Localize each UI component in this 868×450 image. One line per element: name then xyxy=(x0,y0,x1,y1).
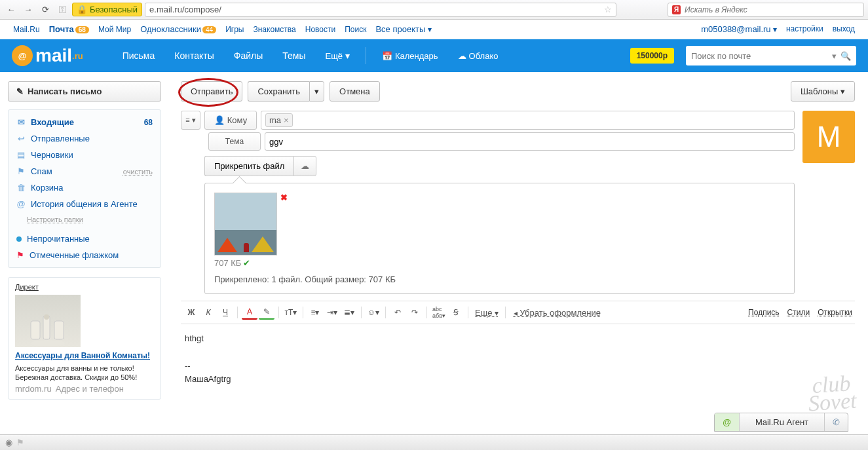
reload-icon[interactable]: ⟳ xyxy=(38,3,52,17)
link-signature[interactable]: Подпись xyxy=(748,308,780,317)
redo-button[interactable]: ↷ xyxy=(407,305,423,320)
emoji-button[interactable]: ☺▾ xyxy=(366,305,381,320)
forward-icon[interactable]: → xyxy=(21,3,35,17)
portal-bar: Mail.Ru Почта68 Мой Мир Одноклассники44 … xyxy=(0,20,868,39)
folder-inbox[interactable]: ✉Входящие68 xyxy=(9,114,160,130)
phone-icon[interactable]: ✆ xyxy=(833,417,840,427)
link-cards[interactable]: Открытки xyxy=(818,308,852,317)
compose-button[interactable]: ✎ Написать письмо xyxy=(8,81,161,102)
bold-button[interactable]: Ж xyxy=(183,305,199,320)
portal-dating[interactable]: Знакомства xyxy=(253,25,295,34)
indent-button[interactable]: ⇥▾ xyxy=(324,305,340,320)
link-styles[interactable]: Стили xyxy=(787,308,810,317)
list-button[interactable]: ≣▾ xyxy=(341,305,357,320)
address-bar[interactable]: e.mail.ru/compose/ ☆ xyxy=(145,3,616,17)
svg-point-0 xyxy=(31,340,65,347)
mailru-logo[interactable]: @mail.ru xyxy=(12,45,83,66)
portal-settings[interactable]: настройки xyxy=(786,24,823,34)
portal-mymir[interactable]: Мой Мир xyxy=(98,25,131,34)
to-field[interactable] xyxy=(295,115,790,125)
mail-search-input[interactable] xyxy=(691,51,828,61)
folder-trash[interactable]: 🗑Корзина xyxy=(9,179,160,196)
back-icon[interactable]: ← xyxy=(4,3,18,17)
font-size-button[interactable]: тТ▾ xyxy=(283,305,299,320)
tab-files[interactable]: Файлы xyxy=(227,47,269,65)
tab-letters[interactable]: Письма xyxy=(116,47,162,65)
yandex-search[interactable]: Я xyxy=(668,3,864,17)
filter-unread[interactable]: Непрочитанные xyxy=(9,231,160,247)
remove-token-icon[interactable]: × xyxy=(284,115,289,125)
flag-gray-icon: ⚑ xyxy=(16,438,24,447)
undo-button[interactable]: ↶ xyxy=(390,305,406,320)
agent-bar[interactable]: @ Mail.Ru Агент ✆ xyxy=(714,413,848,432)
secure-badge: 🔒 Безопасный xyxy=(72,3,142,16)
ad-title[interactable]: Аксессуары для Ванной Комнаты! xyxy=(15,351,154,362)
cancel-button[interactable]: Отмена xyxy=(330,81,380,102)
portal-search[interactable]: Поиск xyxy=(345,25,366,34)
ad-direct-label[interactable]: Директ xyxy=(15,283,154,291)
folder-agent-history[interactable]: @История общения в Агенте xyxy=(9,196,160,212)
inbox-count: 68 xyxy=(144,118,153,127)
folder-list: ✉Входящие68 ↩Отправленные ▤Черновики ⚑Сп… xyxy=(8,109,161,268)
mail-search[interactable]: ▾ 🔍 xyxy=(686,46,856,66)
tab-cloud[interactable]: ☁Облако xyxy=(451,47,505,65)
ad-domain[interactable]: mrdom.ru Адрес и телефон xyxy=(15,384,154,394)
templates-button[interactable]: Шаблоны ▾ xyxy=(791,81,855,102)
portal-mailru[interactable]: Mail.Ru xyxy=(13,25,40,34)
underline-button[interactable]: Ч xyxy=(217,305,233,320)
message-body[interactable]: hthgt -- МашаAfgtrg xyxy=(181,324,855,394)
ad-image[interactable] xyxy=(15,295,81,347)
translit-button[interactable]: abcабв▾ xyxy=(431,305,447,320)
tab-more[interactable]: Ещё ▾ xyxy=(318,47,356,65)
portal-mail[interactable]: Почта68 xyxy=(49,24,89,34)
editor-more[interactable]: Еще ▾ xyxy=(472,308,501,318)
key-icon[interactable]: ⚿ xyxy=(55,3,69,17)
secure-label: Безопасный xyxy=(90,5,138,14)
configure-folders[interactable]: Настроить папки xyxy=(9,212,160,227)
folder-drafts[interactable]: ▤Черновики xyxy=(9,147,160,163)
attachment-thumb[interactable]: ✖ 707 КБ ✔ xyxy=(214,193,277,268)
yandex-input[interactable] xyxy=(685,5,859,14)
separator xyxy=(366,47,366,64)
text-color-button[interactable]: А xyxy=(242,305,257,320)
subject-wrap[interactable] xyxy=(265,132,795,151)
editor-toolbar: Ж К Ч А ✎ тТ▾ ≡▾ ⇥▾ ≣▾ ☺▾ ↶ ↷ abcабв▾ Ꞩ … xyxy=(181,301,855,324)
folder-sent[interactable]: ↩Отправленные xyxy=(9,130,160,147)
tab-themes[interactable]: Темы xyxy=(276,47,312,65)
agent-label: Mail.Ru Агент xyxy=(755,417,808,427)
tab-calendar[interactable]: 📅Календарь xyxy=(375,47,445,65)
portal-news[interactable]: Новости xyxy=(305,25,335,34)
save-dropdown[interactable]: ▾ xyxy=(309,81,324,102)
cloud-icon: ☁ xyxy=(458,51,466,61)
browser-status-bar: ◉ ⚑ xyxy=(0,434,868,450)
portal-exit[interactable]: выход xyxy=(833,24,855,34)
to-input[interactable]: ma× xyxy=(261,111,795,130)
remove-formatting[interactable]: ◂ Убрать оформление xyxy=(514,308,601,318)
save-button[interactable]: Сохранить xyxy=(248,81,309,102)
align-button[interactable]: ≡▾ xyxy=(307,305,323,320)
agent-at-icon: @ xyxy=(723,417,731,427)
fields-menu[interactable]: ≡ ▾ xyxy=(181,111,200,130)
to-label[interactable]: 👤Кому xyxy=(204,111,257,130)
star-icon[interactable]: ☆ xyxy=(604,5,612,14)
search-icon[interactable]: 🔍 xyxy=(840,51,851,61)
subject-input[interactable] xyxy=(269,137,790,147)
remove-attachment-icon[interactable]: ✖ xyxy=(280,193,288,202)
filter-flagged[interactable]: ⚑Отмеченные флажком xyxy=(9,247,160,263)
highlight-button[interactable]: ✎ xyxy=(259,305,274,320)
portal-ok[interactable]: Одноклассники44 xyxy=(140,24,216,34)
send-button[interactable]: Отправить xyxy=(181,81,242,102)
attach-button[interactable]: Прикрепить файл xyxy=(204,156,293,176)
user-email[interactable]: m050388@mail.ru ▾ xyxy=(701,24,777,34)
attach-cloud-button[interactable]: ☁ xyxy=(293,156,316,176)
italic-button[interactable]: К xyxy=(200,305,216,320)
recipient-token[interactable]: ma× xyxy=(265,113,293,127)
tab-contacts[interactable]: Контакты xyxy=(168,47,220,65)
chevron-down-icon[interactable]: ▾ xyxy=(832,51,837,61)
spellcheck-button[interactable]: Ꞩ xyxy=(448,305,464,320)
portal-all[interactable]: Все проекты ▾ xyxy=(375,24,431,34)
promo-banner[interactable]: 150000р xyxy=(630,48,674,64)
clear-spam[interactable]: очистить xyxy=(123,168,153,176)
folder-spam[interactable]: ⚑Спамочистить xyxy=(9,163,160,179)
portal-games[interactable]: Игры xyxy=(225,25,244,34)
